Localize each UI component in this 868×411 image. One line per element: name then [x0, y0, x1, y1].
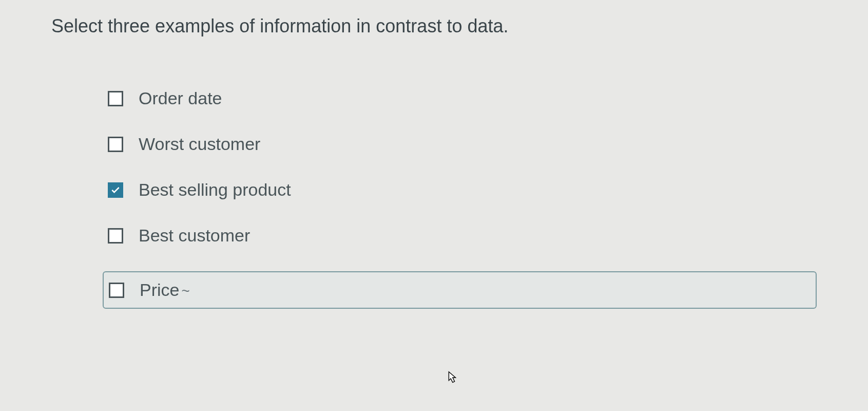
options-list: Order date Worst customer Best selling p…: [51, 88, 817, 309]
checkbox-order-date[interactable]: [108, 91, 123, 106]
checkbox-best-customer[interactable]: [108, 228, 123, 244]
option-label: Worst customer: [139, 134, 260, 154]
option-order-date[interactable]: Order date: [108, 88, 817, 108]
question-prompt: Select three examples of information in …: [51, 15, 817, 37]
option-best-customer[interactable]: Best customer: [108, 226, 817, 246]
checkmark-icon: [110, 185, 121, 195]
checkbox-price[interactable]: [109, 283, 124, 298]
option-label: Order date: [139, 88, 222, 108]
option-best-selling-product[interactable]: Best selling product: [108, 180, 817, 200]
option-price[interactable]: Price~: [103, 271, 817, 309]
option-worst-customer[interactable]: Worst customer: [108, 134, 817, 154]
option-label: Best selling product: [139, 180, 291, 200]
option-label: Price~: [140, 280, 190, 300]
cursor-pointer-icon: [444, 370, 459, 385]
option-label: Best customer: [139, 226, 250, 246]
checkbox-best-selling-product[interactable]: [108, 182, 123, 198]
checkbox-worst-customer[interactable]: [108, 137, 123, 152]
